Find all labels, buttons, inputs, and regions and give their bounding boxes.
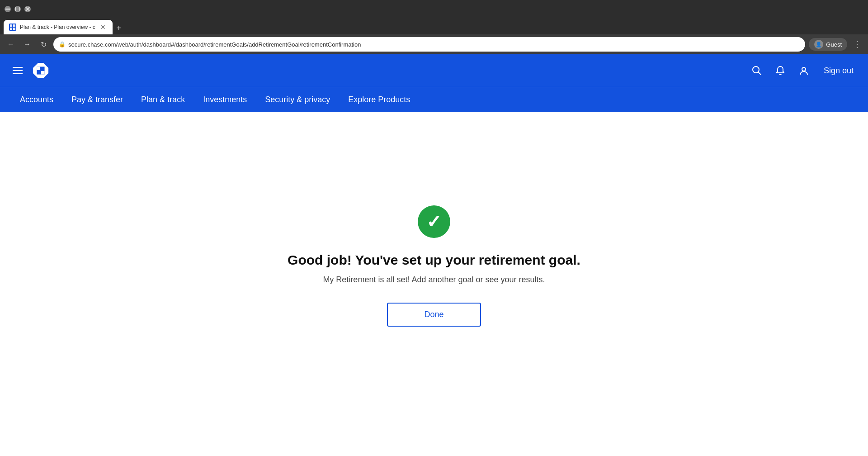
main-content: ✓ Good job! You've set up your retiremen… bbox=[0, 112, 868, 420]
svg-rect-0 bbox=[5, 9, 10, 10]
forward-button[interactable]: → bbox=[21, 38, 33, 51]
new-tab-button[interactable]: + bbox=[113, 22, 125, 34]
profile-label: Guest bbox=[826, 41, 842, 48]
svg-rect-10 bbox=[37, 66, 40, 70]
minimize-button[interactable] bbox=[5, 6, 11, 12]
browser-chrome: Plan & track - Plan overview - c ✕ + ← →… bbox=[0, 0, 868, 54]
account-button[interactable] bbox=[797, 63, 811, 78]
window-controls bbox=[5, 6, 31, 12]
lock-icon: 🔒 bbox=[59, 41, 66, 48]
notifications-button[interactable] bbox=[773, 63, 788, 78]
maximize-button[interactable] bbox=[14, 6, 21, 12]
nav-pay-transfer[interactable]: Pay & transfer bbox=[62, 87, 132, 113]
header-icons: Sign out bbox=[750, 63, 857, 78]
tab-close-button[interactable]: ✕ bbox=[99, 23, 107, 31]
chase-header: Sign out bbox=[0, 54, 868, 87]
profile-button[interactable]: 👤 Guest bbox=[809, 38, 847, 51]
nav-plan-track[interactable]: Plan & track bbox=[132, 87, 194, 113]
checkmark-icon: ✓ bbox=[426, 211, 442, 232]
chase-nav: Accounts Pay & transfer Plan & track Inv… bbox=[0, 87, 868, 112]
svg-rect-7 bbox=[13, 28, 15, 30]
tab-title: Plan & track - Plan overview - c bbox=[20, 24, 95, 30]
close-button[interactable] bbox=[24, 6, 31, 12]
hamburger-line-2 bbox=[13, 70, 23, 71]
tab-favicon bbox=[9, 24, 16, 31]
chase-app: Sign out Accounts Pay & transfer Plan & … bbox=[0, 54, 868, 420]
svg-rect-1 bbox=[15, 7, 20, 11]
svg-rect-4 bbox=[10, 24, 12, 27]
address-bar[interactable]: 🔒 secure.chase.com/web/auth/dashboard#/d… bbox=[53, 37, 805, 52]
success-subtitle: My Retirement is all set! Add another go… bbox=[323, 275, 545, 285]
profile-avatar: 👤 bbox=[814, 40, 823, 49]
back-button[interactable]: ← bbox=[5, 38, 17, 51]
browser-menu-button[interactable]: ⋮ bbox=[851, 38, 863, 51]
hamburger-line-1 bbox=[13, 67, 23, 68]
tab-bar: Plan & track - Plan overview - c ✕ + bbox=[0, 18, 868, 34]
svg-rect-11 bbox=[41, 71, 45, 75]
hamburger-menu-button[interactable] bbox=[11, 65, 24, 76]
title-bar bbox=[0, 0, 868, 18]
svg-line-13 bbox=[758, 72, 761, 75]
address-bar-row: ← → ↻ 🔒 secure.chase.com/web/auth/dashbo… bbox=[0, 34, 868, 54]
svg-rect-6 bbox=[10, 28, 12, 30]
nav-accounts[interactable]: Accounts bbox=[11, 87, 62, 113]
nav-investments[interactable]: Investments bbox=[194, 87, 256, 113]
svg-rect-5 bbox=[13, 24, 15, 27]
search-button[interactable] bbox=[750, 63, 764, 78]
reload-button[interactable]: ↻ bbox=[37, 38, 50, 51]
nav-security-privacy[interactable]: Security & privacy bbox=[256, 87, 339, 113]
active-tab[interactable]: Plan & track - Plan overview - c ✕ bbox=[4, 20, 113, 34]
sign-out-button[interactable]: Sign out bbox=[820, 64, 857, 77]
chase-logo bbox=[32, 62, 50, 80]
url-text: secure.chase.com/web/auth/dashboard#/das… bbox=[68, 41, 800, 48]
done-button[interactable]: Done bbox=[387, 303, 481, 327]
success-title: Good job! You've set up your retirement … bbox=[288, 252, 580, 268]
hamburger-line-3 bbox=[13, 73, 23, 74]
nav-explore-products[interactable]: Explore Products bbox=[339, 87, 419, 113]
svg-point-14 bbox=[802, 67, 806, 71]
success-icon: ✓ bbox=[418, 205, 450, 238]
